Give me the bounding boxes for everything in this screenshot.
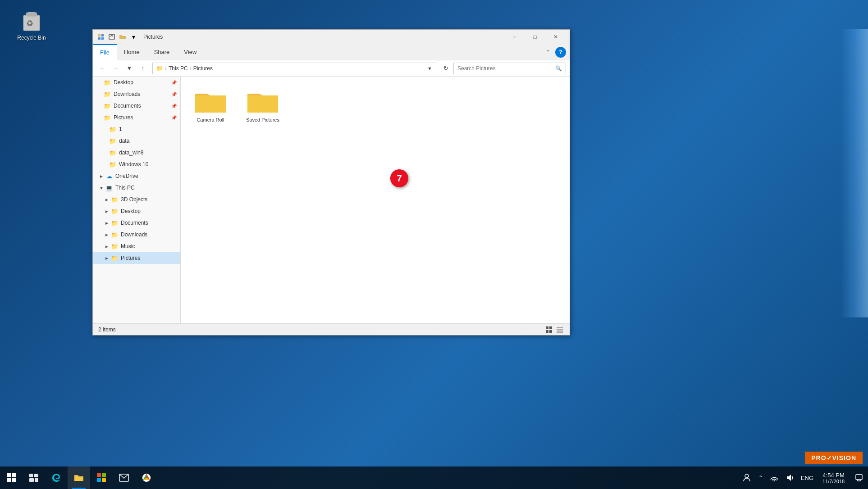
breadcrumb-sep1: › xyxy=(165,65,167,72)
ribbon-tab-file[interactable]: File xyxy=(93,44,117,60)
breadcrumb-this-pc[interactable]: This PC xyxy=(169,65,188,72)
refresh-button[interactable]: ↻ xyxy=(440,63,452,74)
store-button[interactable] xyxy=(90,466,113,489)
edge-browser-button[interactable] xyxy=(45,466,68,489)
sidebar-label: 1 xyxy=(119,126,177,132)
folder-icon: 📁 xyxy=(104,114,111,121)
file-explorer-button[interactable] xyxy=(68,466,90,489)
folder-icon: 📁 xyxy=(111,243,118,250)
search-input[interactable] xyxy=(457,65,555,72)
folder-icon: 📁 xyxy=(109,126,116,133)
sidebar-item-data[interactable]: 📁 data xyxy=(93,135,180,147)
title-bar-controls: − □ ✕ xyxy=(504,30,566,44)
close-button[interactable]: ✕ xyxy=(545,30,566,44)
people-button[interactable] xyxy=(739,466,755,489)
quickaccess-icon1[interactable] xyxy=(96,32,105,41)
sidebar: 📁 Desktop 📌 📁 Downloads 📌 📁 Documents 📌 … xyxy=(93,77,181,323)
svg-rect-4 xyxy=(28,12,35,14)
address-dropdown-button[interactable]: ▼ xyxy=(427,66,432,71)
folder-saved-pictures[interactable]: Saved Pictures xyxy=(240,84,285,316)
sidebar-label: data xyxy=(119,138,177,144)
sidebar-item-documents-pinned[interactable]: 📁 Documents 📌 xyxy=(93,100,180,112)
title-bar: ▾ Pictures − □ ✕ xyxy=(93,30,570,44)
taskbar-right: ⌃ ENG 4:54 PM 11/7/2018 xyxy=(739,466,868,489)
sidebar-item-desktop-thispc[interactable]: ► 📁 Desktop xyxy=(93,205,180,217)
sidebar-item-this-pc[interactable]: ▼ 💻 This PC xyxy=(93,182,180,194)
sidebar-label: Downloads xyxy=(114,91,171,97)
sidebar-item-windows10[interactable]: 📁 Windows 10 xyxy=(93,158,180,170)
folder-icon: 📁 xyxy=(111,254,118,262)
svg-rect-16 xyxy=(557,329,563,331)
svg-rect-7 xyxy=(101,34,104,36)
chrome-button[interactable] xyxy=(135,466,158,489)
quickaccess-folder[interactable] xyxy=(118,32,127,41)
folder-camera-roll[interactable]: Camera Roll xyxy=(188,84,233,316)
language-indicator[interactable]: ENG xyxy=(797,466,817,489)
collapse-icon: ▼ xyxy=(98,185,105,191)
sidebar-label: Pictures xyxy=(114,114,171,121)
svg-rect-9 xyxy=(101,37,104,40)
svg-rect-17 xyxy=(557,331,563,333)
recycle-bin-label: Recycle Bin xyxy=(17,35,46,41)
address-bar[interactable]: 📁 › This PC › Pictures ▼ xyxy=(152,63,436,74)
sidebar-item-1[interactable]: 📁 1 xyxy=(93,123,180,135)
action-center-button[interactable] xyxy=(850,466,868,489)
expand-icon: ► xyxy=(104,208,110,214)
search-icon[interactable]: 🔍 xyxy=(555,65,562,72)
camera-roll-folder-icon xyxy=(194,87,227,114)
windows-logo-icon xyxy=(7,473,16,482)
history-dropdown-button[interactable]: ▼ xyxy=(123,63,135,74)
volume-icon[interactable] xyxy=(782,466,797,489)
status-bar: 2 items xyxy=(93,323,570,335)
task-view-button[interactable] xyxy=(23,466,45,489)
folder-svg xyxy=(247,87,279,114)
back-button[interactable]: ← xyxy=(96,63,108,74)
details-view-button[interactable] xyxy=(555,325,564,334)
quickaccess-dropdown[interactable]: ▾ xyxy=(129,32,138,41)
search-bar[interactable]: 🔍 xyxy=(453,63,566,74)
status-bar-right xyxy=(544,325,564,334)
help-button[interactable]: ? xyxy=(555,47,566,58)
breadcrumb-pictures[interactable]: Pictures xyxy=(193,65,213,72)
recycle-bin[interactable]: ♻ Recycle Bin xyxy=(14,9,50,41)
sidebar-item-data-win8[interactable]: 📁 data_win8 xyxy=(93,147,180,158)
folder-icon: 📁 xyxy=(111,208,118,215)
sidebar-item-desktop-pinned[interactable]: 📁 Desktop 📌 xyxy=(93,77,180,88)
sidebar-item-onedrive[interactable]: ► ☁ OneDrive xyxy=(93,170,180,182)
svg-rect-13 xyxy=(546,330,548,333)
maximize-button[interactable]: □ xyxy=(525,30,545,44)
minimize-button[interactable]: − xyxy=(504,30,525,44)
sidebar-item-music[interactable]: ► 📁 Music xyxy=(93,240,180,252)
start-button[interactable] xyxy=(0,466,23,489)
expand-icon: ► xyxy=(104,231,110,238)
ribbon-tab-home[interactable]: Home xyxy=(117,44,147,60)
sidebar-item-documents-thispc[interactable]: ► 📁 Documents xyxy=(93,217,180,229)
mail-button[interactable] xyxy=(113,466,135,489)
provision-badge: PRO✓VISION xyxy=(805,452,863,464)
forward-button[interactable]: → xyxy=(110,63,122,74)
up-button[interactable]: ↑ xyxy=(137,63,149,74)
ribbon-tab-share[interactable]: Share xyxy=(147,44,177,60)
folder-icon: 📁 xyxy=(111,231,118,238)
sidebar-item-pictures-pinned[interactable]: 📁 Pictures 📌 xyxy=(93,112,180,123)
sidebar-item-3dobjects[interactable]: ► 📁 3D Objects xyxy=(93,194,180,205)
sidebar-item-downloads-thispc[interactable]: ► 📁 Downloads xyxy=(93,229,180,240)
quickaccess-icon2[interactable] xyxy=(107,32,116,41)
sidebar-label: data_win8 xyxy=(119,149,177,156)
saved-pictures-folder-icon xyxy=(247,87,279,114)
pin-icon: 📌 xyxy=(171,92,177,97)
folder-icon: 📁 xyxy=(111,196,118,203)
sidebar-label: Desktop xyxy=(114,79,171,86)
right-glow xyxy=(841,29,868,317)
large-icons-view-button[interactable] xyxy=(544,325,553,334)
sidebar-item-downloads-pinned[interactable]: 📁 Downloads 📌 xyxy=(93,88,180,100)
ribbon-tab-view[interactable]: View xyxy=(177,44,204,60)
svg-rect-8 xyxy=(98,37,101,40)
ribbon-collapse-button[interactable]: ⌃ xyxy=(543,47,553,58)
svg-rect-18 xyxy=(29,474,33,477)
network-icon[interactable] xyxy=(767,466,782,489)
sidebar-item-pictures-thispc[interactable]: ► 📁 Pictures xyxy=(93,252,180,264)
taskbar-clock[interactable]: 4:54 PM 11/7/2018 xyxy=(817,472,850,484)
show-hidden-icons-button[interactable]: ⌃ xyxy=(755,466,767,489)
folder-icon: 📁 xyxy=(109,137,116,145)
